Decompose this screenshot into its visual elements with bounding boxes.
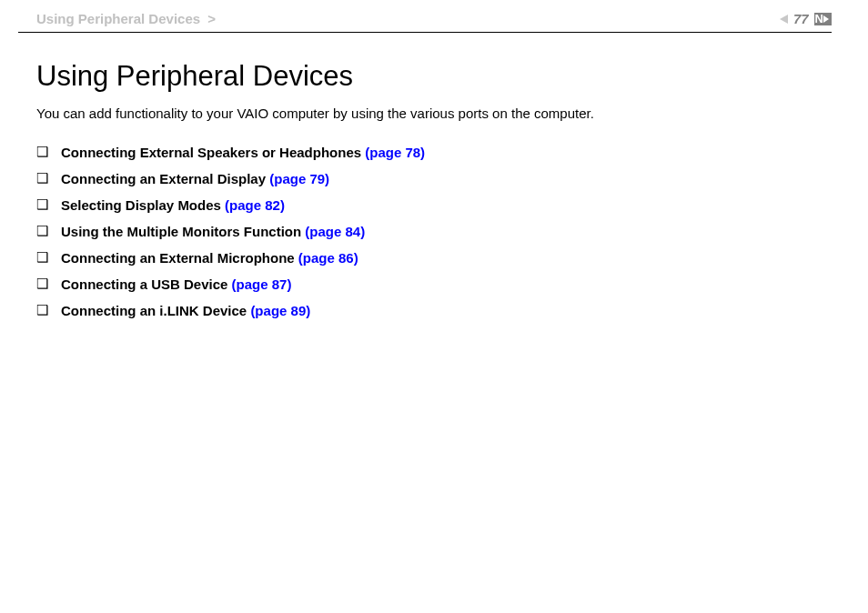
toc-label: Connecting a USB Device (61, 276, 232, 292)
next-page-icon[interactable] (814, 13, 832, 25)
toc-list: ❑ Connecting External Speakers or Headph… (36, 145, 832, 318)
toc-item[interactable]: ❑ Connecting External Speakers or Headph… (36, 145, 832, 160)
page-number: 77 (793, 11, 809, 26)
toc-item[interactable]: ❑ Connecting a USB Device (page 87) (36, 276, 832, 292)
toc-label: Connecting an External Display (61, 171, 269, 186)
toc-item[interactable]: ❑ Selecting Display Modes (page 82) (36, 197, 832, 213)
header: Using Peripheral Devices > 77 (0, 0, 868, 32)
bullet-icon: ❑ (36, 250, 48, 266)
toc-page-link[interactable]: (page 82) (225, 197, 285, 213)
toc-label: Connecting an External Microphone (61, 250, 298, 266)
content: Using Peripheral Devices You can add fun… (0, 33, 868, 318)
bullet-icon: ❑ (36, 171, 48, 186)
bullet-icon: ❑ (36, 197, 48, 213)
toc-page-link[interactable]: (page 87) (232, 276, 292, 292)
bullet-icon: ❑ (36, 303, 48, 318)
toc-page-link[interactable]: (page 79) (269, 171, 329, 186)
toc-label: Connecting External Speakers or Headphon… (61, 145, 365, 160)
breadcrumb-separator: > (207, 11, 216, 26)
toc-item[interactable]: ❑ Connecting an i.LINK Device (page 89) (36, 303, 832, 318)
toc-item[interactable]: ❑ Using the Multiple Monitors Function (… (36, 224, 832, 239)
breadcrumb[interactable]: Using Peripheral Devices > (36, 11, 216, 26)
toc-item[interactable]: ❑ Connecting an External Display (page 7… (36, 171, 832, 186)
toc-page-link[interactable]: (page 84) (305, 224, 365, 239)
toc-label: Selecting Display Modes (61, 197, 225, 213)
page-title: Using Peripheral Devices (36, 60, 832, 93)
toc-page-link[interactable]: (page 78) (365, 145, 425, 160)
prev-page-icon[interactable] (780, 15, 788, 24)
intro-text: You can add functionality to your VAIO c… (36, 106, 832, 121)
bullet-icon: ❑ (36, 276, 48, 292)
toc-label: Using the Multiple Monitors Function (61, 224, 305, 239)
toc-page-link[interactable]: (page 86) (298, 250, 358, 266)
toc-label: Connecting an i.LINK Device (61, 303, 250, 318)
page-nav: 77 (780, 11, 832, 26)
bullet-icon: ❑ (36, 145, 48, 160)
toc-item[interactable]: ❑ Connecting an External Microphone (pag… (36, 250, 832, 266)
bullet-icon: ❑ (36, 224, 48, 239)
toc-page-link[interactable]: (page 89) (250, 303, 310, 318)
breadcrumb-text: Using Peripheral Devices (36, 11, 200, 26)
